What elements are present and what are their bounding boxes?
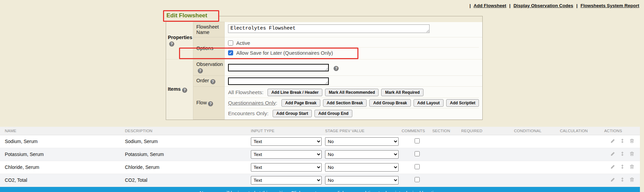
input-type-select[interactable]: Text [251, 176, 322, 185]
stage-prev-value-select[interactable]: No [325, 137, 399, 146]
add-page-break-button[interactable]: Add Page Break [281, 99, 320, 107]
option-active-row: Active [228, 38, 479, 48]
help-icon[interactable]: ? [169, 41, 174, 47]
column-header-actions: ACTIONS [604, 127, 640, 135]
comments-checkbox[interactable] [415, 138, 420, 143]
add-group-start-button[interactable]: Add Group Start [273, 110, 312, 117]
help-icon[interactable]: ? [208, 101, 213, 106]
row-calculation [560, 135, 604, 148]
mark-all-recommended-button[interactable]: Mark All Recommended [325, 89, 379, 96]
observation-label: Observation? [193, 59, 224, 76]
options-label: Options [193, 37, 224, 59]
allow-save-checkbox-label: Allow Save for Later (Questionnaires Onl… [236, 50, 333, 56]
mark-all-required-button[interactable]: Mark All Required [381, 89, 423, 96]
edit-icon[interactable] [610, 177, 615, 183]
row-section [432, 174, 461, 187]
table-row: CO2, Total CO2, Total Text No [0, 174, 640, 187]
row-name: CO2, Total [0, 174, 125, 187]
row-calculation [560, 174, 604, 187]
nav-separator: | [576, 3, 578, 8]
delete-icon[interactable] [629, 177, 634, 183]
order-input[interactable] [228, 77, 329, 85]
comments-checkbox[interactable] [415, 151, 420, 156]
flow-row-encounters-only: Encounters Only: Add Group Start Add Gro… [228, 108, 479, 119]
row-conditional [514, 135, 560, 148]
row-name: Chloride, Serum [0, 161, 125, 174]
delete-icon[interactable] [629, 138, 634, 144]
column-header-calculation: CALCULATION [560, 127, 604, 135]
flowsheet-name-label: Flowsheet Name [193, 22, 224, 37]
add-scriptlet-button[interactable]: Add Scriptlet [446, 99, 479, 107]
highlight-box-title: Edit Flowsheet [163, 10, 219, 22]
page-title: Edit Flowsheet [166, 12, 207, 19]
column-header-stage-prev-value: STAGE PREV VALUE [325, 127, 402, 135]
link-flowsheets-system-report[interactable]: Flowsheets System Report [580, 3, 639, 8]
move-icon[interactable] [620, 164, 625, 170]
row-conditional [514, 174, 560, 187]
flow-row-questionnaires-only: Questionnaires Only: Add Page Break Add … [228, 98, 479, 108]
add-layout-button[interactable]: Add Layout [414, 99, 444, 107]
table-row: Chloride, Serum Chloride, Serum Text No [0, 161, 640, 174]
link-display-observation-codes[interactable]: Display Observation Codes [514, 3, 574, 8]
input-type-select[interactable]: Text [251, 163, 322, 172]
all-flowsheets-label: All Flowsheets: [228, 89, 263, 95]
row-name: Sodium, Serum [0, 135, 125, 148]
row-description: Potassium, Serum [125, 148, 251, 161]
row-conditional [514, 161, 560, 174]
observation-input[interactable] [228, 64, 329, 71]
help-icon[interactable]: ? [210, 79, 215, 84]
row-required [461, 161, 514, 174]
help-icon[interactable]: ? [182, 88, 187, 93]
option-allow-save-row: ✓ Allow Save for Later (Questionnaires O… [228, 48, 479, 58]
items-group-label: Items? [166, 59, 193, 120]
row-required [461, 135, 514, 148]
delete-icon[interactable] [629, 151, 634, 157]
nav-separator: | [509, 3, 511, 8]
flowsheet-items-table: NAME DESCRIPTION INPUT TYPE STAGE PREV V… [0, 127, 640, 187]
add-section-break-button[interactable]: Add Section Break [323, 99, 367, 107]
allow-save-checkbox[interactable]: ✓ [228, 50, 233, 55]
active-checkbox[interactable] [228, 40, 233, 46]
column-header-conditional: CONDITIONAL [514, 127, 560, 135]
column-header-section: SECTION [432, 127, 461, 135]
column-header-name: NAME [0, 127, 125, 135]
order-label: Order? [193, 76, 224, 87]
move-icon[interactable] [620, 151, 625, 157]
flow-label: Flow? [193, 87, 224, 120]
column-header-comments: COMMENTS [402, 127, 432, 135]
edit-flowsheet-form: Edit Flowsheet Properties? Flowsheet Nam… [166, 10, 473, 120]
edit-icon[interactable] [610, 164, 615, 170]
move-icon[interactable] [620, 138, 625, 144]
stage-prev-value-select[interactable]: No [325, 150, 399, 159]
add-line-break-header-button[interactable]: Add Line Break / Header [268, 89, 322, 96]
row-section [432, 161, 461, 174]
help-icon[interactable]: ? [334, 66, 339, 71]
add-group-end-button[interactable]: Add Group End [315, 110, 352, 117]
table-row: Sodium, Serum Sodium, Serum Text No [0, 135, 640, 148]
questionnaires-only-link[interactable]: Questionnaires Only [228, 100, 276, 106]
stage-prev-value-select[interactable]: No [325, 163, 399, 172]
flowsheet-name-input[interactable]: Electrolytes Flowsheet [228, 24, 430, 33]
input-type-select[interactable]: Text [251, 150, 322, 159]
add-group-break-button[interactable]: Add Group Break [369, 99, 410, 107]
row-description: CO2, Total [125, 174, 251, 187]
column-header-input-type: INPUT TYPE [251, 127, 325, 135]
properties-group-label: Properties? [166, 22, 193, 59]
move-icon[interactable] [620, 177, 625, 183]
comments-checkbox[interactable] [415, 177, 420, 182]
row-calculation [560, 161, 604, 174]
stage-prev-value-select[interactable]: No [325, 176, 399, 185]
table-header-row: NAME DESCRIPTION INPUT TYPE STAGE PREV V… [0, 127, 640, 135]
edit-icon[interactable] [610, 138, 615, 144]
comments-checkbox[interactable] [415, 164, 420, 169]
row-description: Sodium, Serum [125, 135, 251, 148]
edit-icon[interactable] [610, 151, 615, 157]
input-type-select[interactable]: Text [251, 137, 322, 146]
delete-icon[interactable] [629, 164, 634, 170]
link-add-flowsheet[interactable]: Add Flowsheet [473, 3, 506, 8]
active-checkbox-label: Active [236, 40, 250, 46]
insert-position-bar[interactable]: New rows will be inserted at this positi… [0, 187, 640, 192]
top-nav: | Add Flowsheet | Display Observation Co… [0, 0, 644, 10]
help-icon[interactable]: ? [198, 68, 203, 73]
row-conditional [514, 148, 560, 161]
